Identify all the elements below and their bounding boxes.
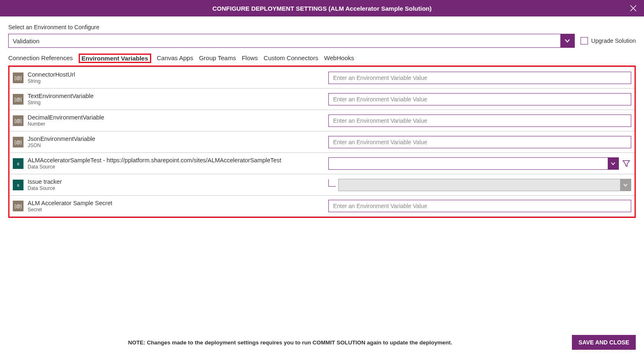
dialog-header: CONFIGURE DEPLOYMENT SETTINGS (ALM Accel…	[0, 0, 644, 16]
tab-canvas-apps[interactable]: Canvas Apps	[157, 54, 193, 63]
variable-meta: ALM Accelerator Sample SecretSecret	[28, 200, 324, 213]
variable-input-wrap	[328, 115, 631, 127]
variable-input-wrap	[328, 93, 631, 105]
tab-connection-references[interactable]: Connection References	[8, 54, 73, 63]
variable-row: sIssue trackerData Source	[9, 174, 635, 195]
close-icon[interactable]	[629, 4, 637, 12]
variable-meta: Issue trackerData Source	[28, 178, 324, 191]
variable-value-input[interactable]	[328, 200, 631, 212]
upgrade-solution-checkbox[interactable]: Upgrade Solution	[581, 37, 636, 44]
variable-type-icon: [@]	[13, 137, 23, 147]
variable-type-icon: [@]	[13, 94, 23, 105]
variable-meta: DecimalEnvironmentVariableNumber	[28, 114, 324, 127]
variable-row: [@]DecimalEnvironmentVariableNumber	[9, 110, 635, 131]
variable-value-input[interactable]	[328, 93, 631, 105]
tree-connector-icon	[328, 179, 336, 187]
chevron-down-icon	[560, 34, 574, 48]
variable-type-icon: [@]	[13, 115, 23, 126]
chevron-down-icon	[620, 179, 631, 191]
tabs: Connection References Environment Variab…	[8, 54, 636, 66]
variable-type: JSON	[28, 143, 324, 148]
variable-type-icon: s	[13, 180, 23, 190]
variable-input-wrap	[328, 72, 631, 84]
variable-type: Data Source	[28, 164, 324, 170]
variable-type: String	[28, 100, 324, 105]
variable-type: Data Source	[28, 185, 324, 191]
tab-flows[interactable]: Flows	[242, 54, 258, 63]
variable-type-icon: [@]	[13, 201, 23, 211]
variable-name: TextEnvironmentVariable	[28, 93, 324, 99]
variable-meta: TextEnvironmentVariableString	[28, 93, 324, 105]
environment-variables-panel: [@]ConnectorHostUrlString[@]TextEnvironm…	[8, 66, 636, 218]
dialog-title: CONFIGURE DEPLOYMENT SETTINGS (ALM Accel…	[213, 5, 432, 12]
upgrade-solution-label: Upgrade Solution	[591, 37, 636, 44]
variable-name: DecimalEnvironmentVariable	[28, 114, 324, 121]
variable-type: Secret	[28, 207, 324, 213]
variable-meta: ALMAcceleratorSampleTest - https://pplat…	[28, 157, 324, 170]
variable-value-input[interactable]	[328, 136, 631, 148]
variable-type: Number	[28, 121, 324, 127]
environment-select-label: Select an Environment to Configure	[8, 24, 636, 30]
svg-marker-2	[623, 161, 630, 166]
variable-value-input[interactable]	[328, 115, 631, 127]
datasource-select	[338, 179, 631, 191]
variable-input-wrap	[328, 157, 631, 170]
variable-type-icon: [@]	[13, 73, 23, 83]
variable-type: String	[28, 78, 324, 84]
variable-name: ALMAcceleratorSampleTest - https://pplat…	[28, 157, 324, 164]
variable-meta: ConnectorHostUrlString	[28, 71, 324, 84]
variable-name: ConnectorHostUrl	[28, 71, 324, 78]
environment-select[interactable]: Validation	[8, 34, 575, 48]
chevron-down-icon	[608, 157, 618, 170]
tab-environment-variables[interactable]: Environment Variables	[79, 54, 151, 63]
variable-row: [@]JsonEnvironmentVariableJSON	[9, 131, 635, 152]
tab-group-teams[interactable]: Group Teams	[199, 54, 236, 63]
checkbox-icon	[581, 37, 588, 44]
variable-value-input[interactable]	[328, 72, 631, 84]
variable-input-wrap	[328, 179, 631, 191]
variable-meta: JsonEnvironmentVariableJSON	[28, 136, 324, 148]
variable-input-wrap	[328, 136, 631, 148]
variable-type-icon: s	[13, 158, 23, 169]
variable-name: JsonEnvironmentVariable	[28, 136, 324, 142]
variable-row: sALMAcceleratorSampleTest - https://ppla…	[9, 152, 635, 174]
datasource-select[interactable]	[328, 157, 619, 170]
variable-input-wrap	[328, 200, 631, 212]
tab-custom-connectors[interactable]: Custom Connectors	[264, 54, 318, 63]
variable-row: [@]TextEnvironmentVariableString	[9, 88, 635, 110]
variable-row: [@]ConnectorHostUrlString	[9, 67, 635, 88]
variable-name: ALM Accelerator Sample Secret	[28, 200, 324, 206]
tab-webhooks[interactable]: WebHooks	[324, 54, 354, 63]
environment-select-value: Validation	[9, 37, 560, 44]
variable-name: Issue tracker	[28, 178, 324, 185]
variable-row: [@]ALM Accelerator Sample SecretSecret	[9, 195, 635, 217]
filter-icon[interactable]	[621, 159, 631, 168]
